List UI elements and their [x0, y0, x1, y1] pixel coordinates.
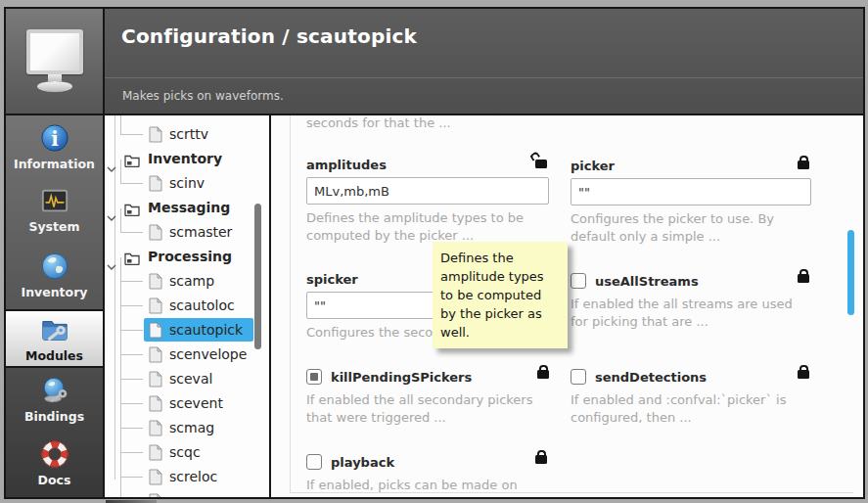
folder-icon [124, 151, 140, 175]
field-help: Defines the amplitude types to be comput… [306, 209, 549, 245]
field-help: If enabled, picks can be made on [306, 477, 549, 494]
sidebar-item-inventory[interactable]: Inventory [6, 241, 103, 309]
killPendingSPickers-checkbox[interactable] [306, 369, 322, 385]
tree-item-processing-group[interactable]: Processing [105, 245, 269, 269]
tree-vertical-scrollbar[interactable] [254, 204, 261, 349]
field-help: If enabled and :confval:`picker` is conf… [571, 391, 811, 427]
folder-icon [124, 249, 140, 273]
file-icon [149, 371, 162, 395]
field-useAllStreams: useAllStreams If enabled the all streams… [571, 272, 811, 331]
file-icon [149, 469, 162, 493]
file-icon [149, 395, 162, 420]
sidebar-item-docs[interactable]: Docs [6, 431, 103, 494]
sendDetections-checkbox[interactable] [571, 369, 586, 385]
file-icon [149, 346, 162, 371]
sidebar-item-label: Information [14, 157, 95, 171]
file-icon [149, 322, 162, 346]
module-tree: scrttv Inventory scinv Messaging scm [105, 115, 271, 497]
field-label: picker [571, 159, 811, 173]
sidebar-item-label: System [28, 219, 79, 234]
tree-item-inventory-group[interactable]: Inventory [105, 147, 269, 171]
screenshot-root: Configuration / scautopick Makes picks o… [0, 0, 868, 503]
file-icon [149, 493, 162, 497]
sidebar: i Information System Inventory [6, 115, 105, 497]
sidebar-item-bindings[interactable]: Bindings [6, 368, 103, 431]
sidebar-item-label: Docs [38, 473, 71, 487]
sidebar-item-label: Modules [25, 348, 83, 363]
tooltip: Defines the amplitude types to be comput… [433, 242, 568, 348]
field-help: If enabled the all streams are used for … [571, 296, 811, 331]
field-sendDetections: sendDetections If enabled and :confval:`… [571, 368, 811, 427]
playback-checkbox[interactable] [306, 454, 322, 470]
globe-icon [39, 251, 70, 282]
sidebar-item-information[interactable]: i Information [6, 115, 103, 178]
sidebar-item-modules[interactable]: Modules [6, 309, 103, 368]
folder-icon [124, 200, 140, 224]
useAllStreams-checkbox[interactable] [571, 273, 586, 289]
panel-frame-line [290, 115, 291, 493]
file-icon [149, 297, 162, 322]
field-amplitudes: amplitudes Defines the amplitude types t… [306, 158, 549, 245]
info-icon: i [39, 122, 70, 154]
field-killPendingSPickers: killPendingSPickers If enabled the all s… [306, 368, 551, 427]
lock-icon[interactable] [535, 455, 547, 464]
folder-tools-icon [39, 314, 70, 345]
field-help: If enabled the all secondary pickers tha… [306, 391, 551, 427]
field-label: sendDetections [595, 370, 707, 385]
system-activity-icon [39, 185, 70, 216]
file-icon [149, 420, 162, 444]
monitor-icon [24, 29, 85, 94]
field-help: Configures the picker to use. By default… [571, 210, 811, 246]
header-divider [105, 77, 863, 78]
globe-tools-icon [39, 375, 70, 406]
config-panel: seconds for that the ... amplitudes Defi… [271, 115, 863, 497]
clipped-help-text: seconds for that the ... [306, 115, 451, 130]
config-vertical-scrollbar[interactable] [847, 230, 854, 315]
lifebuoy-icon [39, 438, 70, 470]
amplitudes-input[interactable] [306, 177, 549, 205]
file-icon [149, 444, 162, 469]
field-label: amplitudes [306, 158, 549, 172]
page-title: Configuration / scautopick [121, 24, 417, 48]
scconfig-window: Configuration / scautopick Makes picks o… [4, 7, 865, 499]
lock-icon[interactable] [537, 370, 549, 379]
tree-item-scrttv[interactable]: scrttv [105, 122, 269, 147]
page-header: Configuration / scautopick Makes picks o… [105, 9, 863, 115]
sidebar-item-system[interactable]: System [6, 178, 103, 241]
field-label: killPendingSPickers [331, 370, 472, 385]
file-icon [149, 273, 162, 297]
picker-input[interactable] [571, 178, 811, 206]
unlock-icon[interactable] [535, 160, 547, 168]
tree-item-messaging-group[interactable]: Messaging [105, 196, 269, 220]
svg-text:i: i [51, 128, 58, 151]
field-label: useAllStreams [595, 274, 699, 289]
field-picker: picker Configures the picker to use. By … [571, 159, 811, 246]
sidebar-item-label: Inventory [22, 285, 88, 299]
lock-icon[interactable] [798, 370, 809, 379]
field-playback: playback If enabled, picks can be made o… [306, 453, 549, 494]
page-subtitle: Makes picks on waveforms. [122, 89, 284, 103]
tree-item-partial[interactable] [105, 489, 269, 497]
lock-icon[interactable] [798, 274, 809, 283]
lock-icon[interactable] [798, 160, 809, 169]
sidebar-item-label: Bindings [24, 409, 84, 424]
app-icon-panel [6, 9, 105, 115]
field-label: playback [331, 455, 394, 470]
